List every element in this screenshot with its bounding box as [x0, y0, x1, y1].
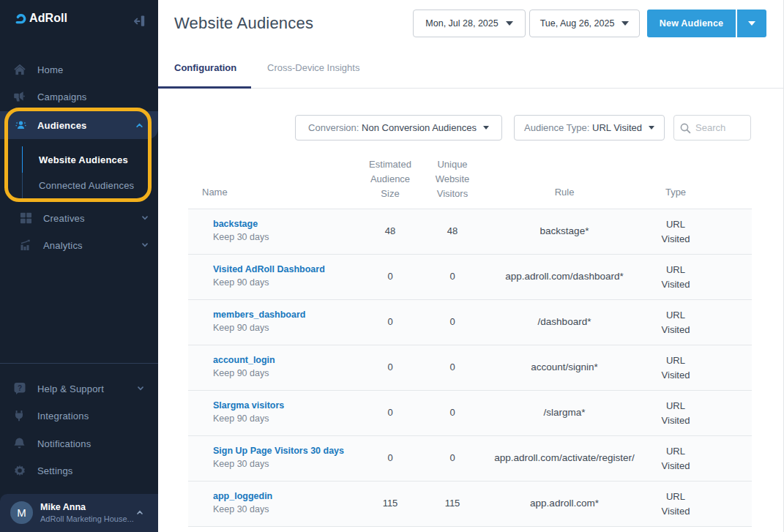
svg-text:?: ? [18, 384, 22, 392]
